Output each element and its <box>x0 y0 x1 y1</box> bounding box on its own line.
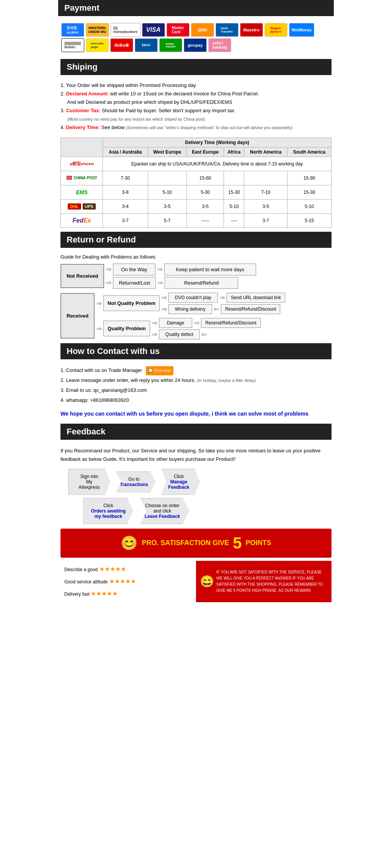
stars1: ★★★★★ <box>99 566 126 572</box>
delivery-label: Delivery Time: <box>66 124 100 130</box>
tax-sub: (Most country no need pay for any Import… <box>67 117 205 121</box>
declared-sub: And will Declared as product price which… <box>67 99 232 105</box>
col-north-am: North America <box>244 147 287 157</box>
visa-logo: VISA <box>142 23 165 37</box>
boleto-logo: |||||||||||||||||Boleto <box>61 38 84 52</box>
moneybookers-logo: ((((moneybookers <box>111 23 140 37</box>
holiday-note: (In holiday, maybe a little delay) <box>197 378 256 383</box>
tax-label: Customer Tax: <box>66 108 100 113</box>
keep-patient-box: Keep patient to wait more days <box>164 264 256 275</box>
feedback-section: Feedback If you Recommand our Product, o… <box>58 424 334 606</box>
fedex-north: 3-7 <box>244 213 287 228</box>
epay-logo: EPAY <box>135 38 158 52</box>
received-box: Received <box>60 293 95 339</box>
col-south-am: South America <box>287 147 331 157</box>
dhl-africa: 5-10 <box>224 199 244 213</box>
chinapost-logo: ✉ CHINA POST <box>62 173 101 183</box>
stars2: ★★★★★ <box>109 578 136 585</box>
webmoney-logo: WebMoney <box>289 23 315 37</box>
table-row-ems: EMS 3-8 5-10 5-30 15-30 7-10 15-30 <box>61 185 332 199</box>
contact-line3: 3. Email to us: qx_qianxiang@163.com <box>60 385 332 395</box>
chinapost-south: 15-90 <box>287 171 331 185</box>
fedex-east: ----- <box>186 213 224 228</box>
stars3: ★★★★★ <box>91 590 118 597</box>
dhl-south: 5-10 <box>287 199 331 213</box>
not-received-mid: ⇒ On the Way ⇒ Keep patient to wait more… <box>106 264 256 289</box>
chinapost-asia: 7-30 <box>103 171 148 185</box>
mercado-logo: mercadopago <box>86 38 109 52</box>
chat-badge: 💬 Chat now! <box>146 366 173 375</box>
feedback-intro: If you Recommand our Product, our Servic… <box>60 444 332 469</box>
yandex-logo: ЯндексДеньги <box>265 23 287 37</box>
col-west-eu: West Europe <box>148 147 186 157</box>
giropay-logo: giropay <box>184 38 207 52</box>
not-quality-problems: ⇒ DVD couldn't play ⇒ Send URL download … <box>161 293 285 314</box>
contact-line4: 4. whatsapp: +8618968063920 <box>60 395 332 405</box>
alipay-logo: 支付宝ALIPAY <box>61 23 84 37</box>
ems-africa: 15-30 <box>224 185 244 199</box>
contact-text: 1. Contact with us on Trade Manager 💬 Ch… <box>60 363 332 408</box>
chinapost-carrier: ✉ CHINA POST <box>61 171 103 185</box>
westernunion-logo: WESTERNUNION WU <box>86 23 109 37</box>
contact-section: How to Contact with us 1. Contact with u… <box>58 343 334 424</box>
fedex-africa: ---- <box>224 213 244 228</box>
contact-bold: We hope you can contact with us before y… <box>60 408 332 420</box>
chinapost-north <box>244 171 287 185</box>
rating-right-inner: 😄 IF YOU ARE NOT SATISFIED WITH THE SERV… <box>200 569 328 594</box>
declared-label: Declared Amount: <box>66 91 108 97</box>
delivery-text: See below <box>101 124 125 130</box>
dhl-carrier: DHL UPS <box>61 199 103 213</box>
ems-east: 5-30 <box>186 185 224 199</box>
shipping-title: Shiping <box>60 59 332 75</box>
table-row-epacket: e邮宝 ePacket Epacket can ship to USA/AU/U… <box>61 157 332 171</box>
return-section: Return or Refund Guide for Dealing with … <box>58 232 334 343</box>
step3: Click Manage Feedback <box>158 469 200 495</box>
resend-refund-box: Resend/Refund <box>165 277 238 289</box>
not-quality-row: ⇒ Not Quality Problem ⇒ DVD couldn't pla… <box>96 293 285 314</box>
qiwi-logo: QIWI <box>191 23 214 37</box>
table-row-dhl: DHL UPS 3-4 3-5 3-5 5-10 3-5 5-10 <box>61 199 332 213</box>
dhl-logo: DHL UPS <box>62 201 101 212</box>
maestro-logo: Maestro <box>240 23 263 37</box>
banner-text1: PRO. SATISFACTION GIVE <box>142 539 229 547</box>
return-subtitle: Guide for Dealing with Problems as follo… <box>60 252 332 264</box>
feedback-steps-row1: Sign into My Aliexpress Go to Transactio… <box>60 469 332 495</box>
payment-section: Payment 支付宝ALIPAY WESTERNUNION WU ((((mo… <box>58 0 334 59</box>
chinapost-west <box>148 171 186 185</box>
received-flow: Received ⇒ Not Quality Problem ⇒ DVD cou… <box>60 293 332 339</box>
quality-groups: ⇒ Not Quality Problem ⇒ DVD couldn't pla… <box>96 293 285 339</box>
rating-left: Describe a good ★★★★★ Good service attit… <box>60 561 196 602</box>
fedex-south: 5-15 <box>287 213 331 228</box>
shipping-section: Shiping 1. Your Order will be shipped wi… <box>58 59 334 232</box>
dhl-north: 3-5 <box>244 199 287 213</box>
quality-problems: ⇒ Damage ⇒ Resend/Refund/Discount ⇒ Qual… <box>152 318 261 339</box>
on-the-way-box: On the Way <box>113 264 155 275</box>
contact-line2: 2. Leave message under order, will reply… <box>60 375 332 385</box>
shipping-line1: 1. Your Order will be shipped within Pro… <box>60 81 332 90</box>
shipping-line2: 2. Declared Amount: will write 10 or 15u… <box>60 90 332 106</box>
smiley-icon: 😊 <box>121 535 138 551</box>
happy-face-icon: 😄 <box>200 572 214 591</box>
damage-box: Damage <box>159 318 192 328</box>
rating-row2: Good service attitude ★★★★★ <box>64 575 192 588</box>
doku-logo: doku⊕ <box>110 38 133 52</box>
quality-defect-box: Quality defect <box>159 329 200 339</box>
delivery-table: Delivery Time (Working days) Asia / Aust… <box>60 138 332 228</box>
banner-text2: POINTS <box>246 539 271 547</box>
rating-row3: Delivery fast ★★★★★ <box>64 588 192 600</box>
table-carrier-header <box>61 138 103 157</box>
table-main-header: Delivery Time (Working days) <box>103 138 332 147</box>
ems-south: 15-30 <box>287 185 331 199</box>
not-quality-box: Not Quality Problem <box>103 295 160 311</box>
ems-carrier: EMS <box>61 185 103 199</box>
quality-row: ⇒ Quality Problem ⇒ Damage ⇒ Resend/Refu… <box>96 318 285 339</box>
epacket-logo: e邮宝 ePacket <box>62 159 101 169</box>
dhl-west: 3-5 <box>148 199 186 213</box>
not-received-box: Not Received <box>60 264 104 288</box>
epacket-note: Epacket can ship to USA/AU/UK/FR/UA/CA, … <box>103 157 332 171</box>
dvd-box: DVD couldn't play <box>168 293 218 303</box>
col-africa: Africa <box>224 147 244 157</box>
chinapost-east: 15-60 <box>186 171 224 185</box>
table-row-fedex: FedEx 3-7 5-7 ----- ---- 3-7 5-15 <box>61 213 332 228</box>
fedex-west: 5-7 <box>148 213 186 228</box>
